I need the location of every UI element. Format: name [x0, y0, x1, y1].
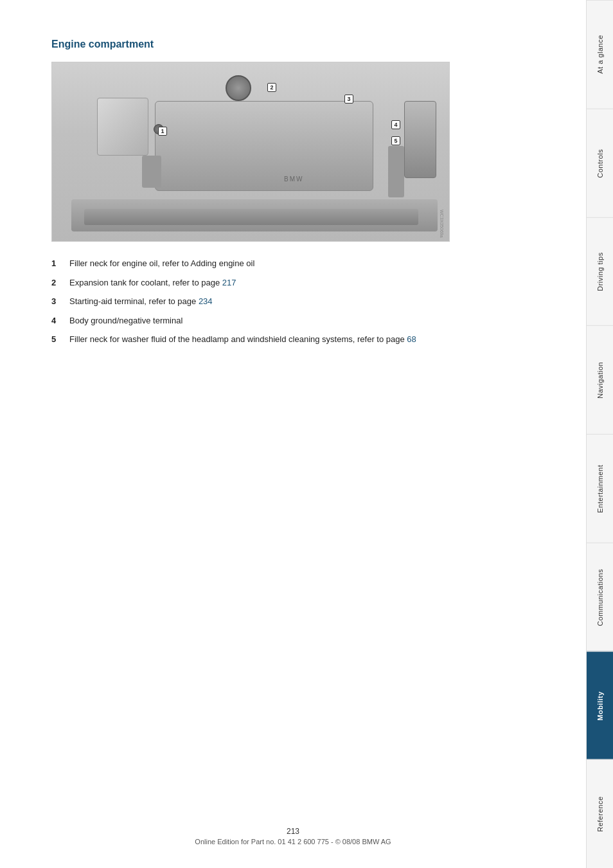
- main-content: Engine compartment BMW 1 2 3 4 5 WC3X050…: [0, 0, 586, 868]
- link-68[interactable]: 68: [407, 334, 416, 344]
- sidebar-tab-at-a-glance[interactable]: At a glance: [587, 0, 613, 109]
- marker-4: 4: [391, 120, 400, 129]
- item-number-5: 5: [51, 333, 69, 346]
- item-text-5: Filler neck for washer fluid of the head…: [69, 333, 547, 346]
- item-number-1: 1: [51, 257, 69, 270]
- engine-top-cover: BMW: [155, 101, 373, 191]
- engine-label: BMW: [284, 176, 303, 183]
- sidebar-tab-navigation[interactable]: Navigation: [587, 325, 613, 434]
- list-item: 4 Body ground/negative terminal: [51, 314, 547, 327]
- list-item: 2 Expansion tank for coolant, refer to p…: [51, 276, 547, 289]
- sidebar-tab-mobility[interactable]: Mobility: [587, 651, 613, 760]
- sidebar: At a glance Controls Driving tips Naviga…: [586, 0, 613, 868]
- sidebar-tab-communications[interactable]: Communications: [587, 543, 613, 651]
- list-item: 3 Starting-aid terminal, refer to page 2…: [51, 295, 547, 308]
- engine-diagram: BMW 1 2 3 4 5 WC3X05069a: [51, 62, 450, 242]
- bottom-detail: [84, 209, 418, 225]
- marker-5: 5: [391, 136, 400, 145]
- link-217[interactable]: 217: [222, 278, 236, 287]
- link-234[interactable]: 234: [199, 296, 213, 306]
- item-text-3: Starting-aid terminal, refer to page 234: [69, 295, 547, 308]
- sidebar-tab-driving-tips[interactable]: Driving tips: [587, 217, 613, 326]
- right-component: [404, 101, 436, 178]
- footer-text: Online Edition for Part no. 01 41 2 600 …: [195, 838, 391, 845]
- coolant-reservoir: [97, 98, 148, 156]
- watermark: WC3X05069a: [440, 210, 444, 238]
- item-text-2a: Expansion tank for coolant, refer to pag…: [69, 278, 222, 287]
- sidebar-tab-entertainment[interactable]: Entertainment: [587, 434, 613, 543]
- item-number-3: 3: [51, 295, 69, 308]
- page-number: 213: [0, 827, 586, 836]
- section-title: Engine compartment: [51, 39, 547, 50]
- item-text-2: Expansion tank for coolant, refer to pag…: [69, 276, 547, 289]
- item-number-4: 4: [51, 314, 69, 327]
- item-text-5a: Filler neck for washer fluid of the head…: [69, 334, 407, 344]
- item-list: 1 Filler neck for engine oil, refer to A…: [51, 257, 547, 346]
- item-text-3a: Starting-aid terminal, refer to page: [69, 296, 199, 306]
- item-text-1: Filler neck for engine oil, refer to Add…: [69, 257, 547, 270]
- list-item: 5 Filler neck for washer fluid of the he…: [51, 333, 547, 346]
- item-number-2: 2: [51, 276, 69, 289]
- sidebar-tab-controls[interactable]: Controls: [587, 109, 613, 217]
- page-footer: 213 Online Edition for Part no. 01 41 2 …: [0, 827, 586, 845]
- marker-3: 3: [344, 95, 353, 104]
- marker-1: 1: [158, 127, 167, 136]
- pipe-left: [142, 156, 161, 188]
- sidebar-tab-reference[interactable]: Reference: [587, 759, 613, 868]
- list-item: 1 Filler neck for engine oil, refer to A…: [51, 257, 547, 270]
- top-component: [226, 75, 251, 101]
- pipe-right: [388, 146, 404, 197]
- marker-2: 2: [267, 83, 276, 92]
- item-text-4: Body ground/negative terminal: [69, 314, 547, 327]
